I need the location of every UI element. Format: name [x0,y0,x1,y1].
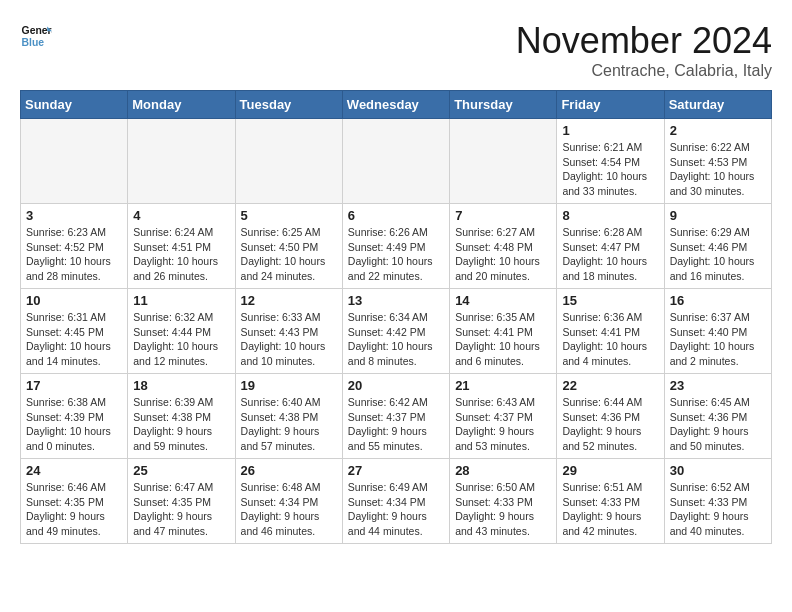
svg-text:Blue: Blue [22,37,45,48]
weekday-header-saturday: Saturday [664,91,771,119]
day-info: Sunrise: 6:31 AM Sunset: 4:45 PM Dayligh… [26,310,122,369]
day-number: 11 [133,293,229,308]
day-number: 6 [348,208,444,223]
calendar-week-4: 17Sunrise: 6:38 AM Sunset: 4:39 PM Dayli… [21,374,772,459]
day-info: Sunrise: 6:35 AM Sunset: 4:41 PM Dayligh… [455,310,551,369]
day-info: Sunrise: 6:51 AM Sunset: 4:33 PM Dayligh… [562,480,658,539]
calendar-cell: 28Sunrise: 6:50 AM Sunset: 4:33 PM Dayli… [450,459,557,544]
calendar-week-1: 1Sunrise: 6:21 AM Sunset: 4:54 PM Daylig… [21,119,772,204]
calendar-cell: 6Sunrise: 6:26 AM Sunset: 4:49 PM Daylig… [342,204,449,289]
day-info: Sunrise: 6:48 AM Sunset: 4:34 PM Dayligh… [241,480,337,539]
calendar-cell: 12Sunrise: 6:33 AM Sunset: 4:43 PM Dayli… [235,289,342,374]
day-info: Sunrise: 6:27 AM Sunset: 4:48 PM Dayligh… [455,225,551,284]
day-info: Sunrise: 6:49 AM Sunset: 4:34 PM Dayligh… [348,480,444,539]
day-number: 24 [26,463,122,478]
calendar-cell: 10Sunrise: 6:31 AM Sunset: 4:45 PM Dayli… [21,289,128,374]
day-number: 3 [26,208,122,223]
calendar-cell: 30Sunrise: 6:52 AM Sunset: 4:33 PM Dayli… [664,459,771,544]
calendar-cell: 13Sunrise: 6:34 AM Sunset: 4:42 PM Dayli… [342,289,449,374]
day-info: Sunrise: 6:45 AM Sunset: 4:36 PM Dayligh… [670,395,766,454]
calendar-cell: 23Sunrise: 6:45 AM Sunset: 4:36 PM Dayli… [664,374,771,459]
calendar-cell: 2Sunrise: 6:22 AM Sunset: 4:53 PM Daylig… [664,119,771,204]
day-info: Sunrise: 6:24 AM Sunset: 4:51 PM Dayligh… [133,225,229,284]
page-header: General Blue November 2024 Centrache, Ca… [20,20,772,80]
day-info: Sunrise: 6:34 AM Sunset: 4:42 PM Dayligh… [348,310,444,369]
calendar-cell: 26Sunrise: 6:48 AM Sunset: 4:34 PM Dayli… [235,459,342,544]
calendar-body: 1Sunrise: 6:21 AM Sunset: 4:54 PM Daylig… [21,119,772,544]
day-info: Sunrise: 6:21 AM Sunset: 4:54 PM Dayligh… [562,140,658,199]
day-number: 20 [348,378,444,393]
day-number: 28 [455,463,551,478]
weekday-header-thursday: Thursday [450,91,557,119]
day-number: 23 [670,378,766,393]
day-info: Sunrise: 6:42 AM Sunset: 4:37 PM Dayligh… [348,395,444,454]
calendar-week-3: 10Sunrise: 6:31 AM Sunset: 4:45 PM Dayli… [21,289,772,374]
day-number: 18 [133,378,229,393]
day-info: Sunrise: 6:47 AM Sunset: 4:35 PM Dayligh… [133,480,229,539]
day-number: 12 [241,293,337,308]
weekday-header-sunday: Sunday [21,91,128,119]
title-block: November 2024 Centrache, Calabria, Italy [516,20,772,80]
day-number: 14 [455,293,551,308]
calendar-cell: 15Sunrise: 6:36 AM Sunset: 4:41 PM Dayli… [557,289,664,374]
calendar-cell: 24Sunrise: 6:46 AM Sunset: 4:35 PM Dayli… [21,459,128,544]
day-info: Sunrise: 6:26 AM Sunset: 4:49 PM Dayligh… [348,225,444,284]
day-number: 10 [26,293,122,308]
day-number: 8 [562,208,658,223]
day-info: Sunrise: 6:33 AM Sunset: 4:43 PM Dayligh… [241,310,337,369]
weekday-header-friday: Friday [557,91,664,119]
calendar-cell: 11Sunrise: 6:32 AM Sunset: 4:44 PM Dayli… [128,289,235,374]
day-number: 5 [241,208,337,223]
day-info: Sunrise: 6:38 AM Sunset: 4:39 PM Dayligh… [26,395,122,454]
calendar-cell: 27Sunrise: 6:49 AM Sunset: 4:34 PM Dayli… [342,459,449,544]
month-title: November 2024 [516,20,772,62]
calendar-cell: 14Sunrise: 6:35 AM Sunset: 4:41 PM Dayli… [450,289,557,374]
day-info: Sunrise: 6:25 AM Sunset: 4:50 PM Dayligh… [241,225,337,284]
day-number: 27 [348,463,444,478]
calendar-cell: 16Sunrise: 6:37 AM Sunset: 4:40 PM Dayli… [664,289,771,374]
calendar-cell: 19Sunrise: 6:40 AM Sunset: 4:38 PM Dayli… [235,374,342,459]
calendar-week-5: 24Sunrise: 6:46 AM Sunset: 4:35 PM Dayli… [21,459,772,544]
day-info: Sunrise: 6:46 AM Sunset: 4:35 PM Dayligh… [26,480,122,539]
calendar-cell: 18Sunrise: 6:39 AM Sunset: 4:38 PM Dayli… [128,374,235,459]
day-info: Sunrise: 6:32 AM Sunset: 4:44 PM Dayligh… [133,310,229,369]
calendar-cell: 20Sunrise: 6:42 AM Sunset: 4:37 PM Dayli… [342,374,449,459]
day-info: Sunrise: 6:28 AM Sunset: 4:47 PM Dayligh… [562,225,658,284]
day-number: 9 [670,208,766,223]
weekday-header-tuesday: Tuesday [235,91,342,119]
calendar-cell: 25Sunrise: 6:47 AM Sunset: 4:35 PM Dayli… [128,459,235,544]
day-info: Sunrise: 6:37 AM Sunset: 4:40 PM Dayligh… [670,310,766,369]
day-number: 13 [348,293,444,308]
day-number: 30 [670,463,766,478]
calendar-cell [235,119,342,204]
calendar-cell: 8Sunrise: 6:28 AM Sunset: 4:47 PM Daylig… [557,204,664,289]
day-number: 17 [26,378,122,393]
day-number: 29 [562,463,658,478]
day-info: Sunrise: 6:29 AM Sunset: 4:46 PM Dayligh… [670,225,766,284]
calendar-cell [21,119,128,204]
weekday-header-wednesday: Wednesday [342,91,449,119]
day-number: 22 [562,378,658,393]
day-number: 16 [670,293,766,308]
day-number: 19 [241,378,337,393]
day-info: Sunrise: 6:23 AM Sunset: 4:52 PM Dayligh… [26,225,122,284]
day-number: 15 [562,293,658,308]
weekday-header-monday: Monday [128,91,235,119]
calendar-cell: 4Sunrise: 6:24 AM Sunset: 4:51 PM Daylig… [128,204,235,289]
day-info: Sunrise: 6:22 AM Sunset: 4:53 PM Dayligh… [670,140,766,199]
day-number: 21 [455,378,551,393]
calendar-week-2: 3Sunrise: 6:23 AM Sunset: 4:52 PM Daylig… [21,204,772,289]
day-number: 25 [133,463,229,478]
day-info: Sunrise: 6:36 AM Sunset: 4:41 PM Dayligh… [562,310,658,369]
calendar-cell: 17Sunrise: 6:38 AM Sunset: 4:39 PM Dayli… [21,374,128,459]
logo-icon: General Blue [20,20,52,52]
calendar-cell: 1Sunrise: 6:21 AM Sunset: 4:54 PM Daylig… [557,119,664,204]
calendar-cell [342,119,449,204]
day-number: 26 [241,463,337,478]
calendar-cell [128,119,235,204]
day-number: 1 [562,123,658,138]
day-number: 7 [455,208,551,223]
day-info: Sunrise: 6:44 AM Sunset: 4:36 PM Dayligh… [562,395,658,454]
day-info: Sunrise: 6:50 AM Sunset: 4:33 PM Dayligh… [455,480,551,539]
calendar-cell: 7Sunrise: 6:27 AM Sunset: 4:48 PM Daylig… [450,204,557,289]
